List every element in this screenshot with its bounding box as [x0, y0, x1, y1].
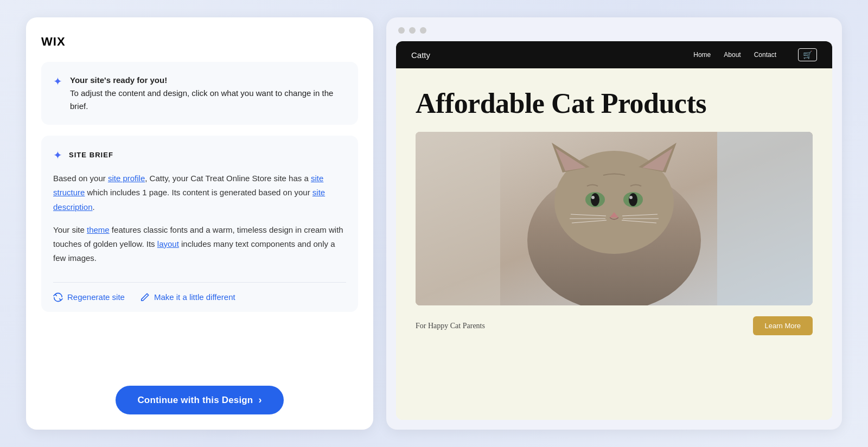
pencil-icon — [140, 292, 150, 302]
wix-logo: WIX — [41, 35, 358, 49]
svg-rect-1 — [416, 132, 500, 305]
nav-link-contact[interactable]: Contact — [754, 51, 776, 59]
continue-button-label: Continue with this Design — [137, 395, 253, 406]
continue-button[interactable]: Continue with this Design › — [116, 386, 283, 414]
browser-dot-1 — [398, 27, 405, 34]
cat-photo — [416, 132, 813, 305]
theme-link[interactable]: theme — [87, 225, 110, 234]
divider — [53, 282, 346, 283]
cart-icon[interactable]: 🛒 — [798, 48, 817, 61]
svg-point-11 — [591, 193, 599, 206]
right-panel: Catty Home About Contact 🛒 Affordable Ca… — [386, 17, 842, 430]
regenerate-icon — [53, 292, 63, 302]
site-brief-title: SITE BRIEF — [69, 151, 113, 159]
sparkle-icon: ✦ — [53, 75, 62, 88]
brief-paragraph-2: Your site theme features classic fonts a… — [53, 223, 346, 266]
chevron-right-icon: › — [258, 394, 261, 406]
brief-p1-mid2: which includes 1 page. Its content is ge… — [85, 188, 312, 197]
continue-btn-wrapper: Continue with this Design › — [41, 377, 358, 414]
learn-more-button[interactable]: Learn More — [753, 316, 813, 335]
site-subtext-row: For Happy Cat Parents Learn More — [416, 316, 813, 335]
regenerate-site-button[interactable]: Regenerate site — [53, 292, 125, 302]
site-nav-links: Home About Contact 🛒 — [693, 48, 817, 61]
nav-link-home[interactable]: Home — [693, 51, 711, 59]
info-card-text: Your site's ready for you! To adjust the… — [70, 74, 346, 113]
browser-chrome — [396, 27, 832, 41]
sparkle-icon-brief: ✦ — [53, 149, 62, 162]
brief-paragraph-1: Based on your site profile, Catty, your … — [53, 171, 346, 214]
nav-link-about[interactable]: About — [724, 51, 741, 59]
site-brief-header: ✦ SITE BRIEF — [53, 148, 346, 162]
action-row: Regenerate site Make it a little differe… — [53, 292, 346, 302]
site-profile-link[interactable]: site profile — [108, 174, 145, 183]
browser-dot-3 — [420, 27, 426, 34]
svg-point-13 — [591, 196, 595, 199]
brief-p1-pre: Based on your — [53, 174, 108, 183]
site-subtext: For Happy Cat Parents — [416, 322, 485, 330]
site-nav-logo: Catty — [411, 50, 693, 60]
browser-window: Catty Home About Contact 🛒 Affordable Ca… — [396, 41, 832, 420]
brief-p1-post: . — [93, 202, 95, 212]
make-different-button[interactable]: Make it a little different — [140, 292, 235, 302]
svg-rect-2 — [717, 132, 813, 305]
site-brief-card: ✦ SITE BRIEF Based on your site profile,… — [41, 136, 358, 312]
site-hero: Affordable Cat Products — [396, 68, 832, 420]
brief-p2-pre: Your site — [53, 225, 87, 234]
site-image-area — [416, 132, 813, 305]
svg-point-14 — [629, 196, 633, 199]
browser-dot-2 — [409, 27, 416, 34]
info-card: ✦ Your site's ready for you! To adjust t… — [41, 62, 358, 125]
make-different-label: Make it a little different — [154, 292, 235, 302]
info-card-title: Your site's ready for you! — [70, 75, 167, 85]
svg-point-12 — [629, 193, 637, 206]
site-nav: Catty Home About Contact 🛒 — [396, 41, 832, 68]
regenerate-label: Regenerate site — [67, 292, 125, 302]
site-heading: Affordable Cat Products — [416, 88, 813, 119]
left-panel: WIX ✦ Your site's ready for you! To adju… — [26, 17, 373, 430]
info-card-body: To adjust the content and design, click … — [70, 88, 333, 111]
brief-p1-mid: , Catty, your Cat Treat Online Store sit… — [145, 174, 311, 183]
layout-link[interactable]: layout — [157, 239, 179, 248]
